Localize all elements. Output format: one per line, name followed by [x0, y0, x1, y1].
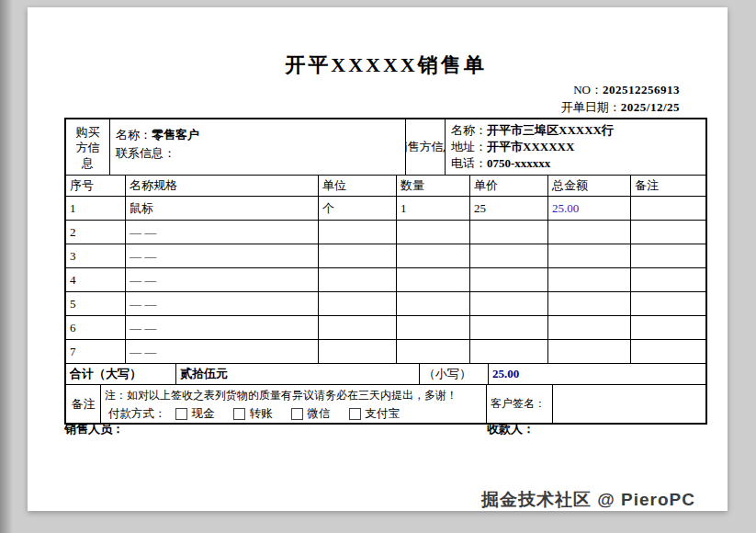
item-name: — —	[126, 292, 319, 315]
item-qty	[397, 340, 470, 363]
seller-address-value: 开平市XXXXXX	[487, 140, 574, 153]
buyer-contact-label: 联系信息：	[116, 146, 175, 160]
checkbox-transfer-icon[interactable]	[233, 408, 245, 420]
item-qty	[397, 316, 470, 339]
item-qty	[397, 244, 470, 267]
checkbox-alipay-icon[interactable]	[349, 408, 361, 420]
item-note	[631, 340, 705, 363]
item-amount	[548, 244, 631, 267]
seller-phone-value: 0750-xxxxxx	[487, 156, 550, 170]
item-name: — —	[126, 268, 319, 291]
payment-method-line: 付款方式： 现金 转账 微信 支付宝	[101, 404, 486, 422]
table-row: 4 — —	[66, 267, 705, 291]
item-name: — —	[126, 244, 319, 267]
invoice-table: 购买方信息 名称：零售客户 联系信息： 销售方信息 名称：开平市三埠区XXXXX…	[64, 118, 707, 425]
item-name: — —	[126, 221, 319, 244]
payment-option-cash-label: 现金	[192, 406, 215, 422]
page-title: 开平XXXXX销售单	[64, 51, 707, 79]
table-row: 6 — —	[66, 315, 705, 339]
item-unit	[319, 221, 397, 244]
seller-section-label-text: 销售方信息	[406, 139, 446, 155]
item-price	[470, 268, 548, 291]
payment-option-wechat-label: 微信	[308, 406, 331, 422]
invoice-meta: NO：202512256913 开单日期：2025/12/25	[561, 81, 680, 116]
invoice-page: 开平XXXXX销售单 NO：202512256913 开单日期：2025/12/…	[28, 7, 728, 511]
item-unit	[319, 316, 397, 339]
invoice-date-line: 开单日期：2025/12/25	[561, 98, 680, 116]
item-unit: 个	[319, 197, 397, 220]
invoice-number-line: NO：202512256913	[561, 81, 680, 98]
payment-option-transfer[interactable]: 转账	[233, 406, 273, 422]
item-amount	[548, 316, 631, 339]
item-amount: 25.00	[548, 197, 631, 220]
item-qty	[397, 268, 470, 291]
buyer-info-cell: 名称：零售客户 联系信息：	[110, 119, 406, 175]
header-no: 序号	[66, 176, 126, 196]
buyer-section-label-text: 购买方信息	[76, 124, 100, 171]
item-unit	[319, 340, 397, 363]
item-no: 3	[66, 244, 126, 267]
buyer-name-line: 名称：零售客户	[116, 126, 400, 144]
header-unit: 单位	[319, 176, 397, 196]
total-lower-label: （小写）	[420, 364, 489, 384]
customer-signature-area	[553, 385, 705, 423]
item-price	[470, 221, 548, 244]
item-note	[631, 197, 705, 220]
window-edge-shading	[0, 0, 13, 533]
salesperson-label: 销售人员：	[64, 421, 124, 437]
table-row: 1 鼠标 个 1 25 25.00	[66, 196, 705, 220]
item-note	[631, 316, 705, 339]
payment-option-transfer-label: 转账	[250, 406, 273, 422]
invoice-date-value: 2025/12/25	[621, 100, 680, 114]
remarks-row: 备注 注：如对以上签收之表列货物的质量有异议请务必在三天内提出，多谢！ 付款方式…	[66, 384, 705, 423]
total-amount-value: 25.00	[489, 364, 705, 384]
item-no: 6	[66, 316, 126, 339]
payee-label: 收款人：	[487, 421, 535, 437]
buyer-section-label: 购买方信息	[66, 119, 110, 175]
payment-method-label: 付款方式：	[108, 406, 166, 422]
item-note	[631, 244, 705, 267]
invoice-date-label: 开单日期：	[561, 100, 621, 114]
item-note	[631, 221, 705, 244]
item-no: 4	[66, 268, 126, 291]
item-price	[470, 244, 548, 267]
item-qty: 1	[397, 197, 470, 220]
header-qty: 数量	[397, 176, 470, 196]
remarks-content-cell: 注：如对以上签收之表列货物的质量有异议请务必在三天内提出，多谢！ 付款方式： 现…	[101, 385, 487, 423]
item-amount	[548, 221, 631, 244]
item-name: 鼠标	[126, 197, 319, 220]
item-qty	[397, 292, 470, 315]
table-row: 5 — —	[66, 291, 705, 315]
payment-option-cash[interactable]: 现金	[175, 406, 215, 422]
payment-option-alipay[interactable]: 支付宝	[349, 406, 401, 422]
seller-name-label: 名称：	[451, 123, 487, 137]
seller-address-label: 地址：	[451, 140, 487, 153]
item-name: — —	[126, 316, 319, 339]
watermark: 掘金技术社区 @ PieroPC	[481, 488, 695, 512]
remarks-label: 备注	[66, 385, 101, 423]
checkbox-cash-icon[interactable]	[175, 408, 187, 420]
item-unit	[319, 292, 397, 315]
payment-option-alipay-label: 支付宝	[366, 406, 401, 422]
header-note: 备注	[631, 176, 705, 196]
item-no: 5	[66, 292, 126, 315]
item-qty	[397, 221, 470, 244]
item-no: 1	[66, 197, 126, 220]
item-amount	[548, 340, 631, 363]
buyer-name-label: 名称：	[116, 128, 152, 142]
invoice-number-value: 202512256913	[603, 83, 680, 96]
customer-signature-label: 客户签名：	[487, 385, 553, 423]
quality-notice-text: 注：如对以上签收之表列货物的质量有异议请务必在三天内提出，多谢！	[101, 385, 486, 404]
seller-phone-label: 电话：	[451, 156, 487, 170]
seller-phone-line: 电话：0750-xxxxxx	[451, 155, 700, 172]
item-no: 2	[66, 221, 126, 244]
payment-option-wechat[interactable]: 微信	[291, 406, 331, 422]
item-name: — —	[126, 340, 319, 363]
item-price	[470, 292, 548, 315]
header-name-spec: 名称规格	[126, 176, 319, 196]
checkbox-wechat-icon[interactable]	[291, 408, 303, 420]
table-row: 7 — —	[66, 339, 705, 363]
item-no: 7	[66, 340, 126, 363]
item-amount	[548, 292, 631, 315]
seller-info-cell: 名称：开平市三埠区XXXXX行 地址：开平市XXXXXX 电话：0750-xxx…	[446, 119, 705, 175]
